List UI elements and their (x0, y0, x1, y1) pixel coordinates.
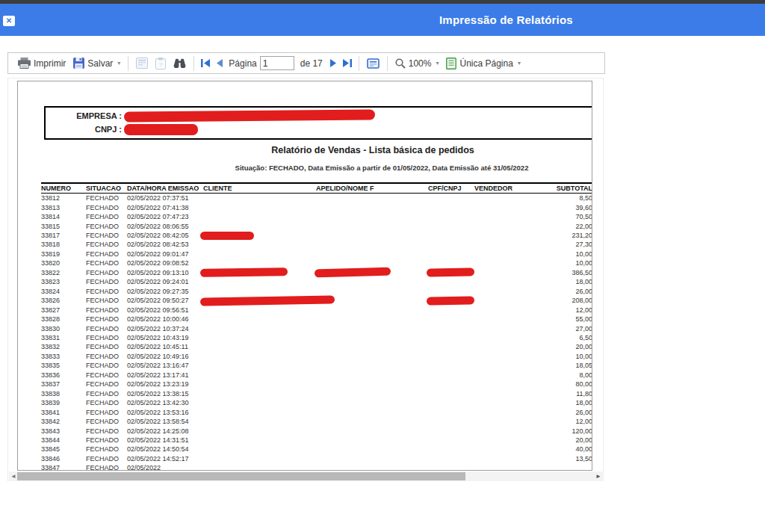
cell-numero: 33842 (41, 418, 86, 425)
print-preview-toggle[interactable] (367, 58, 380, 69)
table-row: 33817FECHADO02/05/2022 08:42:05231,20 (41, 231, 592, 240)
view-mode-label: Única Página (459, 58, 512, 69)
previous-page-button[interactable] (216, 59, 223, 67)
cell-subtotal: 27,00 (533, 325, 592, 332)
table-row: 33831FECHADO02/05/2022 10:43:196,50 (41, 333, 592, 342)
cell-numero: 33841 (41, 409, 86, 416)
toolbar-separator (128, 56, 128, 71)
next-page-button[interactable] (330, 59, 337, 67)
clipboard-help-button[interactable]: ? (155, 58, 166, 69)
cell-datahora: 02/05/2022 07:37:51 (127, 194, 203, 202)
scroll-left-icon[interactable]: ◄ (10, 473, 16, 480)
cell-situacao: FECHADO (86, 297, 127, 304)
dialog-titlebar: ✕ Impressão de Relatórios (0, 4, 765, 36)
cell-situacao: FECHADO (86, 259, 127, 267)
print-button[interactable]: Imprimir (18, 58, 66, 69)
cell-situacao: FECHADO (86, 250, 127, 258)
next-page-icon (330, 59, 337, 67)
cell-situacao: FECHADO (86, 241, 127, 248)
screen-view-icon (367, 58, 380, 69)
cell-subtotal: 386,50 (533, 269, 592, 276)
table-row: 33827FECHADO02/05/2022 09:56:5112,00 (41, 305, 592, 314)
cell-subtotal: 120,00 (533, 427, 592, 435)
table-row: 33846FECHADO02/05/2022 14:52:1713,50 (41, 454, 592, 463)
clipboard-question-icon: ? (155, 58, 166, 69)
redaction-mark (315, 267, 391, 278)
page-number-input[interactable] (260, 56, 294, 70)
last-page-icon (343, 59, 352, 67)
cell-cliente (203, 297, 316, 305)
close-button[interactable]: ✕ (3, 16, 15, 26)
cell-situacao: FECHADO (86, 232, 127, 239)
table-row: 33815FECHADO02/05/2022 08:06:5522,00 (41, 221, 592, 230)
cell-subtotal: 10,00 (533, 250, 592, 258)
cell-datahora: 02/05/2022 09:13:10 (127, 269, 203, 276)
svg-text:?: ? (159, 61, 163, 68)
cell-subtotal: 231,20 (533, 232, 592, 239)
cell-situacao: FECHADO (86, 204, 127, 211)
table-row: 33844FECHADO02/05/2022 14:31:5120,00 (41, 436, 592, 445)
cell-situacao: FECHADO (86, 278, 127, 285)
column-header: VENDEDOR (474, 185, 533, 192)
table-row: 33847FECHADO02/05/2022 (41, 463, 592, 471)
column-header: SUBTOTAL (533, 185, 592, 192)
column-header: CLIENTE (203, 185, 316, 192)
report-subtitle: Situação: FECHADO, Data Emissão a partir… (235, 164, 529, 172)
cell-datahora: 02/05/2022 10:37:24 (127, 325, 203, 332)
cell-subtotal: 55,00 (533, 315, 592, 323)
page-label: Página (229, 58, 256, 69)
scroll-right-icon[interactable]: ► (595, 473, 601, 480)
cell-subtotal: 20,00 (533, 436, 592, 444)
cell-cliente (203, 232, 316, 240)
save-button[interactable]: Salvar ▾ (73, 58, 120, 69)
view-mode-control[interactable]: Única Página ▾ (446, 58, 520, 69)
cell-situacao: FECHADO (86, 445, 127, 453)
cell-subtotal: 6,50 (533, 334, 592, 341)
cell-subtotal: 18,00 (533, 278, 592, 285)
cell-situacao: FECHADO (86, 334, 127, 341)
table-row: 33838FECHADO02/05/2022 13:38:1511,80 (41, 389, 592, 398)
page-total-label: de 17 (300, 58, 323, 69)
cell-subtotal: 12,00 (533, 306, 592, 314)
report-title: Relatório de Vendas - Lista básica de pe… (271, 145, 474, 155)
cell-numero: 33813 (41, 204, 86, 211)
export-layout-button[interactable] (136, 58, 148, 69)
magnifier-icon (395, 58, 406, 69)
zoom-control[interactable]: 100% ▾ (395, 58, 439, 69)
redaction-mark (427, 268, 474, 277)
horizontal-scrollbar-thumb[interactable] (17, 472, 465, 480)
find-button[interactable] (173, 58, 186, 68)
cell-datahora: 02/05/2022 13:58:54 (127, 418, 203, 425)
cell-numero: 33817 (41, 232, 86, 239)
cell-subtotal: 8,00 (533, 371, 592, 379)
cell-situacao: FECHADO (86, 455, 127, 463)
redaction-mark (200, 295, 335, 306)
cell-datahora: 02/05/2022 09:27:35 (127, 288, 203, 295)
first-page-button[interactable] (201, 59, 210, 67)
cell-subtotal: 40,00 (533, 445, 592, 453)
cell-numero: 33846 (41, 455, 86, 463)
table-row: 33839FECHADO02/05/2022 13:42:3018,00 (41, 398, 592, 407)
cell-numero: 33830 (41, 325, 86, 332)
table-row: 33828FECHADO02/05/2022 10:00:4655,00 (41, 315, 592, 324)
cell-numero: 33818 (41, 241, 86, 248)
print-label: Imprimir (34, 58, 66, 69)
cell-subtotal: 10,00 (533, 259, 592, 267)
cell-situacao: FECHADO (86, 362, 127, 369)
horizontal-scrollbar[interactable]: ◄ ► (9, 471, 604, 481)
cell-situacao: FECHADO (86, 371, 127, 379)
cell-situacao: FECHADO (86, 269, 127, 276)
last-page-button[interactable] (343, 59, 352, 67)
cell-datahora: 02/05/2022 14:52:17 (127, 455, 203, 463)
cell-subtotal: 11,80 (533, 390, 592, 398)
cell-cpf (428, 297, 474, 305)
cell-situacao: FECHADO (86, 427, 127, 435)
report-table-body: 33812FECHADO02/05/2022 07:37:518,5033813… (41, 194, 592, 471)
cell-datahora: 02/05/2022 13:16:47 (127, 362, 203, 369)
cell-numero: 33836 (41, 371, 86, 379)
redaction-mark (200, 268, 288, 278)
cell-datahora: 02/05/2022 13:23:19 (127, 380, 203, 388)
cell-datahora: 02/05/2022 09:56:51 (127, 306, 203, 314)
cell-numero: 33831 (41, 334, 86, 341)
cell-numero: 33833 (41, 353, 86, 360)
